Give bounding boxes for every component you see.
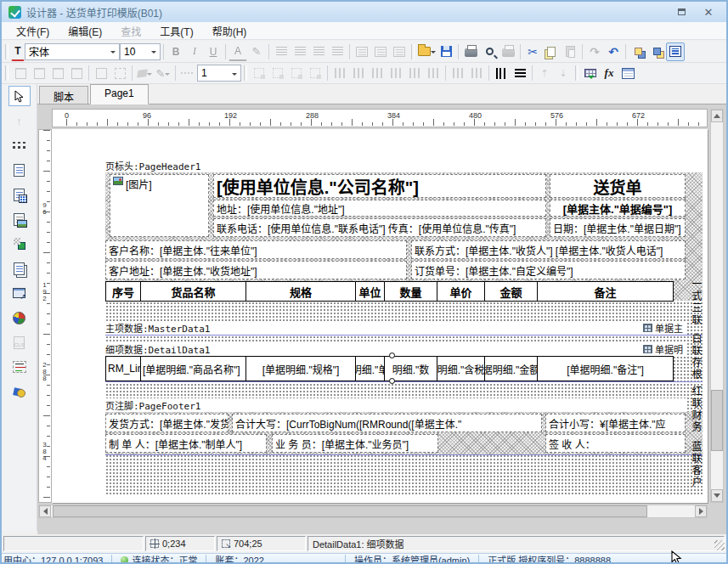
col-header[interactable]: 金额 [484,281,538,302]
align-lefts-button[interactable] [330,64,349,82]
total-words-element[interactable]: 合计大写：[CurrToBigNum([RMRound([单据主体." [232,414,542,432]
toolbar-grip[interactable] [5,44,8,59]
align-justify-button[interactable] [328,42,347,61]
data-list-button[interactable] [666,42,685,61]
pointer-tool[interactable] [8,86,31,106]
align-middles-button[interactable] [405,64,424,82]
richtext-tool[interactable] [8,258,31,279]
same-width-button[interactable] [250,64,268,82]
font-size-select[interactable]: 10 [120,43,161,60]
scroll-down-button[interactable] [711,489,723,502]
total-amount-element[interactable]: 合计小写：¥[单据主体."应 [545,414,686,432]
detail-cell[interactable]: [单据明细."商品名称"] [140,356,246,381]
col-header[interactable]: 单价 [437,281,485,302]
detail-cell[interactable]: 明细."含税 [437,356,485,381]
align-right-button[interactable] [309,42,328,61]
col-header[interactable]: 备注 [537,281,674,302]
footer-band-strip[interactable]: 页注脚:PageFooter1 [105,398,687,412]
receiver-element[interactable]: 签 收 人： [545,434,686,453]
print-button[interactable] [461,42,480,61]
order-no-element[interactable]: 订货单号：[单据主体."自定义编号"] [411,261,686,279]
space-vertical-button[interactable] [467,64,486,82]
subreport-tool[interactable] [8,283,31,303]
size-to-grid-button[interactable] [306,64,324,82]
col-header[interactable]: 序号 [105,281,141,302]
customer-name-element[interactable]: 客户名称：[单据主体."往来单位"] [105,240,407,259]
contact-element[interactable]: 联系方式：[单据主体."收货人"] [单据主体."收货人电话"] [411,240,686,259]
valign-bottom-button[interactable] [390,42,409,61]
page-header-band-strip[interactable]: 页标头:PageHeader1 [105,159,687,172]
field-list-button[interactable] [581,64,600,82]
multiline-tool[interactable] [8,357,31,377]
form-editor-button[interactable] [618,64,637,82]
master-band-datasource[interactable]: 单据主 [641,321,687,335]
align-left-button[interactable] [272,42,291,61]
col-header[interactable]: 货品名称 [140,281,246,302]
picture-element[interactable]: [图片] [110,174,209,237]
highlight-button[interactable]: ✎ [247,42,266,61]
doc-no-element[interactable]: [单据主体."单据编号"] [550,200,686,217]
copy-label-element[interactable]: 白联存根 [689,333,703,381]
bottom-band-area[interactable] [105,454,703,494]
label-tool[interactable] [8,160,31,180]
align-tops-button[interactable] [387,64,405,82]
design-page[interactable]: 页标头:PageHeader1 [图片] [使用单位信息."公司名称"] 地址：… [52,129,708,503]
col-header[interactable]: 数量 [384,281,437,302]
open-button[interactable] [417,42,437,61]
vertical-scroll-thumb[interactable] [711,390,723,451]
space-horizontal-button[interactable] [449,64,467,82]
doc-date-element[interactable]: 日期：[单据主体."单据日期"] [550,218,686,237]
center-horizontal-button[interactable] [492,64,511,82]
save-button[interactable] [437,42,455,61]
align-center-button[interactable] [291,42,309,61]
resize-grip[interactable] [714,540,725,550]
shape-tool[interactable] [8,234,31,254]
paste-button[interactable] [561,42,579,61]
border-outer-button[interactable] [11,64,30,82]
border-none-button[interactable] [110,64,129,82]
horizontal-scrollbar[interactable] [38,505,708,518]
ship-method-element[interactable]: 发货方式：[单据主体."发货方式"] [105,414,229,432]
print-preview-button[interactable] [480,42,499,61]
font-color-button[interactable]: A [229,42,247,61]
border-top-button[interactable] [48,64,67,82]
cut-button[interactable]: ✂ [523,42,542,61]
print-setup-button[interactable] [499,42,517,61]
line-color-button[interactable]: ✎ [154,64,172,82]
maker-element[interactable]: 制 单 人：[单据主体."制单人"] [105,434,267,453]
fill-color-button[interactable] [135,64,154,82]
menu-file[interactable]: 文件(F) [7,22,59,40]
copy-button[interactable] [542,42,561,61]
tab-script[interactable]: 脚本 [39,86,88,104]
border-left-button[interactable] [30,64,48,82]
valign-top-button[interactable] [353,42,371,61]
selection-handle-bottom[interactable] [389,378,395,384]
scroll-up-button[interactable] [711,110,723,122]
underline-button[interactable]: U [204,42,223,61]
hand-tool[interactable]: ↑ [8,110,31,131]
selection-handle-top[interactable] [389,352,395,358]
detail-band-datasource[interactable]: 单据明 [641,342,687,356]
center-vertical-button[interactable] [511,64,529,82]
send-to-back-button[interactable] [647,42,666,61]
tab-page1[interactable]: Page1 [90,84,149,104]
detail-cell[interactable]: [单据明细."规格"] [245,356,356,381]
restore-button[interactable] [670,5,692,19]
detail-row[interactable]: RM_Lin [单据明细."商品名称"] [单据明细."规格"] 明细."单 明… [105,356,674,381]
ole-tool[interactable] [8,381,31,402]
detail-cell[interactable]: 明细."单 [355,356,385,381]
toolbar-grip[interactable] [411,44,415,59]
redo-button[interactable]: ↷ [585,42,604,61]
detail-cell[interactable]: RM_Lin [105,356,141,381]
align-rights-button[interactable] [368,64,387,82]
scroll-right-button[interactable] [695,505,707,517]
line-width-select[interactable]: 1 [197,65,241,82]
image-tool[interactable] [8,209,31,229]
same-height-button[interactable] [268,64,287,82]
align-centers-button[interactable] [349,64,368,82]
copy-label-element[interactable]: 红联财务 [689,386,703,433]
company-name-element[interactable]: [使用单位信息."公司名称"] [213,174,546,198]
toolbar-grip[interactable] [575,65,578,81]
detail-cell[interactable]: 据明细."金额 [484,356,538,381]
col-header[interactable]: 单位 [355,281,385,302]
